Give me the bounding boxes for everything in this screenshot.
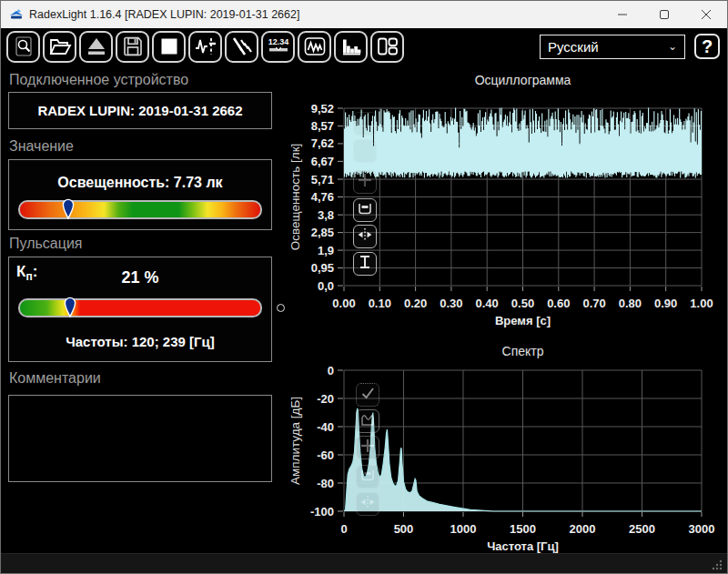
pulsation-box: Кп: 21 % Частоты: 120; 239 [Гц] bbox=[8, 257, 272, 362]
svg-text:2500: 2500 bbox=[629, 522, 655, 536]
plus-icon bbox=[359, 438, 376, 458]
value-section-header: Значение bbox=[9, 138, 74, 155]
svg-text:12.34: 12.34 bbox=[268, 37, 288, 46]
minimize-button[interactable] bbox=[602, 1, 643, 28]
comments-section-header: Комментарии bbox=[9, 370, 101, 387]
svg-text:0.70: 0.70 bbox=[582, 297, 605, 310]
wave-box-icon bbox=[359, 411, 376, 431]
value-box: Освещенность: 7.73 лк bbox=[8, 159, 272, 230]
svg-text:0.40: 0.40 bbox=[476, 297, 499, 310]
stop-icon bbox=[158, 35, 180, 57]
svg-text:0.50: 0.50 bbox=[511, 297, 534, 310]
svg-text:6,67: 6,67 bbox=[311, 155, 334, 168]
svg-text:3,8: 3,8 bbox=[318, 208, 334, 222]
folder-open-icon bbox=[48, 35, 72, 57]
svg-text:Осциллограмма: Осциллограмма bbox=[475, 73, 571, 87]
layout-view-button[interactable] bbox=[370, 31, 404, 63]
chevron-down-icon: ⌄ bbox=[668, 40, 677, 53]
pulsation-scale-bar bbox=[18, 298, 262, 317]
fit-vertical-icon bbox=[357, 254, 373, 274]
svg-text:0.90: 0.90 bbox=[654, 297, 677, 310]
svg-text:Амплитуда [дБ]: Амплитуда [дБ] bbox=[288, 397, 302, 485]
spectrum-chart[interactable]: 0-20-40-60-80-10005001000150020002500300… bbox=[285, 341, 727, 556]
pulse-wave-icon bbox=[194, 35, 217, 57]
oscillogram-icon bbox=[303, 35, 327, 57]
flicker-view-button[interactable] bbox=[225, 31, 258, 63]
svg-text:-100: -100 bbox=[310, 505, 334, 519]
collapse-center-icon bbox=[357, 227, 373, 247]
flicker-rays-icon bbox=[230, 35, 254, 57]
osc-fit-horizontal-button[interactable] bbox=[353, 198, 377, 222]
pulsation-view-button[interactable] bbox=[188, 31, 222, 63]
window-title: RadexLight 1.16.4 [RADEX LUPIN: 2019-01-… bbox=[29, 8, 602, 21]
language-select[interactable]: Русский ⌄ bbox=[540, 35, 685, 59]
svg-text:4,76: 4,76 bbox=[311, 190, 334, 204]
svg-text:1,9: 1,9 bbox=[318, 244, 334, 257]
eject-device-button[interactable] bbox=[79, 31, 113, 63]
title-bar[interactable]: RadexLight 1.16.4 [RADEX LUPIN: 2019-01-… bbox=[1, 1, 727, 28]
fit-horizontal-icon bbox=[359, 467, 376, 487]
svg-text:3000: 3000 bbox=[689, 522, 715, 536]
svg-text:-40: -40 bbox=[317, 420, 334, 434]
plus-icon bbox=[357, 172, 373, 192]
comments-input[interactable] bbox=[9, 396, 271, 481]
svg-text:5,71: 5,71 bbox=[311, 173, 334, 186]
spec-center-button[interactable] bbox=[356, 492, 379, 516]
app-window: RadexLight 1.16.4 [RADEX LUPIN: 2019-01-… bbox=[0, 0, 728, 574]
maximize-button[interactable] bbox=[643, 1, 685, 28]
svg-text:2,85: 2,85 bbox=[311, 226, 334, 239]
svg-text:0: 0 bbox=[328, 364, 334, 378]
open-file-button[interactable] bbox=[43, 31, 76, 63]
svg-text:9,52: 9,52 bbox=[311, 102, 334, 116]
stop-measurement-button[interactable] bbox=[152, 31, 186, 63]
kp-value: 21 % bbox=[9, 268, 271, 287]
spectrum-bars-icon bbox=[339, 35, 363, 57]
pulsation-indicator-dot bbox=[277, 304, 285, 312]
collapse-center-icon bbox=[359, 494, 376, 514]
svg-text:2000: 2000 bbox=[570, 522, 596, 536]
svg-text:0: 0 bbox=[340, 522, 347, 536]
svg-text:0.10: 0.10 bbox=[369, 297, 391, 310]
svg-text:-80: -80 bbox=[317, 477, 334, 490]
svg-text:-20: -20 bbox=[317, 392, 334, 406]
spec-fit-horizontal-button[interactable] bbox=[356, 465, 379, 488]
fit-horizontal-icon bbox=[357, 200, 373, 220]
spec-zoom-button[interactable] bbox=[356, 436, 379, 459]
osc-tool-ghost-1[interactable] bbox=[353, 112, 377, 136]
spectrum-view-button[interactable] bbox=[334, 31, 368, 63]
osc-fit-vertical-button[interactable] bbox=[353, 252, 377, 276]
value-display-view-button[interactable]: 12.34 bbox=[261, 31, 295, 63]
status-bar bbox=[1, 553, 727, 574]
osc-tool-ghost-2[interactable] bbox=[353, 139, 377, 163]
spec-envelope-button[interactable] bbox=[356, 409, 379, 433]
eject-icon bbox=[86, 35, 107, 57]
svg-text:Время [с]: Время [с] bbox=[495, 314, 551, 327]
svg-text:500: 500 bbox=[394, 522, 414, 536]
svg-text:8,57: 8,57 bbox=[311, 119, 334, 133]
resize-grip[interactable] bbox=[709, 557, 723, 571]
svg-text:Спектр: Спектр bbox=[502, 344, 544, 358]
pulsation-section-header: Пульсация bbox=[9, 236, 82, 252]
device-box: RADEX LUPIN: 2019-01-31 2662 bbox=[8, 92, 272, 129]
oscillogram-view-button[interactable] bbox=[298, 31, 331, 63]
svg-text:0,0: 0,0 bbox=[318, 279, 334, 293]
osc-center-button[interactable] bbox=[353, 225, 377, 248]
osc-zoom-button[interactable] bbox=[353, 170, 377, 194]
digital-value-icon: 12.34 bbox=[267, 35, 290, 57]
spec-select-button[interactable] bbox=[356, 383, 379, 407]
toolbar: 12.34 bbox=[1, 28, 727, 65]
svg-text:7,62: 7,62 bbox=[311, 136, 334, 150]
svg-text:Частота [Гц]: Частота [Гц] bbox=[487, 539, 559, 553]
svg-text:-60: -60 bbox=[317, 448, 334, 462]
device-section-header: Подключенное устройство bbox=[9, 72, 188, 88]
close-button[interactable] bbox=[685, 1, 727, 28]
search-device-button[interactable] bbox=[6, 31, 40, 63]
save-file-button[interactable] bbox=[116, 31, 149, 63]
svg-text:0.30: 0.30 bbox=[440, 297, 462, 310]
illuminance-marker bbox=[62, 196, 75, 220]
help-button[interactable]: ? bbox=[694, 34, 720, 59]
search-icon bbox=[13, 35, 35, 57]
save-icon bbox=[122, 35, 144, 57]
illuminance-reading: Освещенность: 7.73 лк bbox=[9, 175, 271, 191]
oscillogram-chart[interactable]: 9,528,577,626,675,714,763,82,851,90,950,… bbox=[285, 70, 727, 339]
